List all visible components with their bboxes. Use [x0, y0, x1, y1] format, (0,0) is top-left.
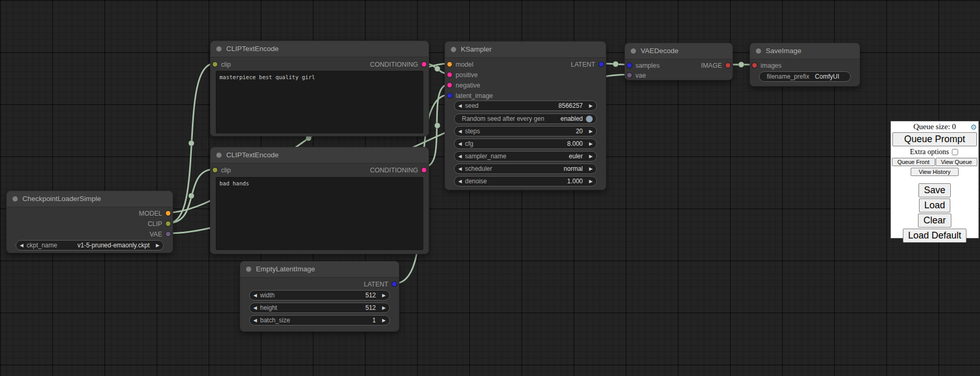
input-slot-vae[interactable]: vae	[627, 71, 646, 80]
increment-arrow-icon[interactable]: ▶	[586, 166, 593, 171]
width-widget[interactable]: ◀ width 512 ▶	[249, 290, 390, 300]
conditioning-port-icon[interactable]	[447, 72, 452, 77]
view-history-button[interactable]: View History	[911, 168, 959, 176]
output-slot-conditioning[interactable]: CONDITIONING	[370, 60, 426, 69]
view-queue-button[interactable]: View Queue	[936, 158, 977, 166]
node-title-bar[interactable]: EmptyLatentImage	[240, 261, 399, 278]
decrement-arrow-icon[interactable]: ◀	[253, 318, 260, 323]
batch-size-widget[interactable]: ◀ batch_size 1 ▶	[249, 315, 390, 325]
queue-prompt-button[interactable]: Queue Prompt	[892, 132, 977, 146]
sampler-name-widget[interactable]: ◀ sampler_name euler ▶	[454, 151, 597, 161]
input-slot-latent-image[interactable]: latent_image	[447, 91, 493, 100]
queue-front-button[interactable]: Queue Front	[892, 158, 935, 166]
collapse-dot-icon[interactable]	[13, 196, 18, 202]
node-title-bar[interactable]: CLIPTextEncode	[211, 147, 428, 164]
vae-port-icon[interactable]	[166, 232, 170, 236]
filename-prefix-widget[interactable]: filename_prefix ComfyUI	[759, 71, 851, 82]
extra-options-checkbox[interactable]	[952, 149, 958, 155]
increment-arrow-icon[interactable]: ▶	[379, 293, 386, 298]
increment-arrow-icon[interactable]: ▶	[586, 129, 593, 134]
node-title-bar[interactable]: SaveImage	[750, 43, 860, 59]
collapse-dot-icon[interactable]	[246, 267, 251, 272]
conditioning-port-icon[interactable]	[447, 83, 452, 87]
increment-arrow-icon[interactable]: ▶	[586, 179, 593, 184]
model-port-icon[interactable]	[447, 62, 452, 67]
decrement-arrow-icon[interactable]: ◀	[458, 166, 465, 171]
clip-port-icon[interactable]	[213, 168, 217, 172]
input-slot-positive[interactable]: positive	[447, 70, 477, 79]
output-slot-latent[interactable]: LATENT	[571, 60, 604, 69]
node-saveimage[interactable]: SaveImage images filename_prefix ComfyUI	[750, 43, 860, 86]
node-vaedecode[interactable]: VAEDecode samples vae IMAGE	[624, 43, 733, 80]
collapse-dot-icon[interactable]	[451, 47, 456, 52]
node-cliptextencode-positive[interactable]: CLIPTextEncode clip CONDITIONING masterp…	[210, 41, 429, 136]
node-title-bar[interactable]: KSampler	[445, 42, 606, 58]
conditioning-port-icon[interactable]	[422, 62, 426, 67]
node-title-bar[interactable]: VAEDecode	[625, 43, 732, 59]
toggle-on-icon[interactable]	[586, 116, 593, 122]
input-slot-images[interactable]: images	[752, 61, 781, 70]
increment-arrow-icon[interactable]: ▶	[586, 103, 593, 108]
positive-prompt-textarea[interactable]: masterpiece best quality girl	[216, 71, 423, 133]
decrement-arrow-icon[interactable]: ◀	[458, 141, 465, 146]
node-title-bar[interactable]: CheckpointLoaderSimple	[7, 191, 173, 207]
latent-port-icon[interactable]	[599, 62, 604, 67]
model-port-icon[interactable]	[166, 211, 170, 216]
latent-port-icon[interactable]	[627, 63, 632, 68]
node-ksampler[interactable]: KSampler model positive negative latent_…	[445, 41, 606, 190]
node-checkpointloadersimple[interactable]: CheckpointLoaderSimple MODEL CLIP VAE ◀ …	[6, 191, 173, 253]
decrement-arrow-icon[interactable]: ◀	[458, 129, 465, 134]
random-seed-toggle-widget[interactable]: Random seed after every gen enabled	[454, 114, 597, 124]
input-slot-model[interactable]: model	[447, 60, 473, 69]
collapse-dot-icon[interactable]	[216, 46, 222, 52]
output-slot-vae[interactable]: VAE	[150, 230, 170, 239]
input-slot-clip[interactable]: clip	[213, 166, 231, 174]
clip-port-icon[interactable]	[213, 62, 217, 67]
image-port-icon[interactable]	[752, 63, 757, 68]
negative-prompt-textarea[interactable]: bad hands	[216, 177, 423, 250]
collapse-dot-icon[interactable]	[216, 153, 222, 158]
decrement-arrow-icon[interactable]: ◀	[253, 293, 260, 298]
conditioning-port-icon[interactable]	[422, 168, 426, 172]
image-port-icon[interactable]	[726, 63, 730, 68]
node-emptylatentimage[interactable]: EmptyLatentImage LATENT ◀ width 512 ▶ ◀ …	[240, 261, 399, 332]
clip-port-icon[interactable]	[166, 221, 170, 226]
output-slot-model[interactable]: MODEL	[139, 209, 170, 218]
load-default-button[interactable]: Load Default	[903, 229, 966, 243]
increment-arrow-icon[interactable]: ▶	[586, 141, 593, 146]
load-button[interactable]: Load	[919, 198, 950, 212]
vae-port-icon[interactable]	[627, 73, 632, 78]
collapse-dot-icon[interactable]	[756, 48, 761, 54]
latent-port-icon[interactable]	[392, 282, 397, 286]
decrement-arrow-icon[interactable]: ◀	[458, 154, 465, 159]
decrement-arrow-icon[interactable]: ◀	[20, 243, 27, 248]
steps-widget[interactable]: ◀ steps 20 ▶	[454, 126, 597, 136]
save-button[interactable]: Save	[918, 183, 950, 197]
decrement-arrow-icon[interactable]: ◀	[458, 103, 465, 108]
seed-widget[interactable]: ◀ seed 8566257 ▶	[454, 101, 597, 111]
comfyui-canvas[interactable]: { "colors": { "link": "#a9c2a9", "title_…	[0, 0, 980, 376]
latent-port-icon[interactable]	[447, 93, 452, 98]
node-cliptextencode-negative[interactable]: CLIPTextEncode clip CONDITIONING bad han…	[210, 147, 429, 254]
cfg-widget[interactable]: ◀ cfg 8.000 ▶	[454, 139, 597, 149]
node-title-bar[interactable]: CLIPTextEncode	[211, 41, 428, 57]
scheduler-widget[interactable]: ◀ scheduler normal ▶	[454, 164, 597, 174]
increment-arrow-icon[interactable]: ▶	[153, 243, 160, 248]
height-widget[interactable]: ◀ height 512 ▶	[249, 303, 390, 313]
increment-arrow-icon[interactable]: ▶	[586, 154, 593, 159]
output-slot-conditioning[interactable]: CONDITIONING	[370, 166, 426, 174]
output-slot-latent[interactable]: LATENT	[364, 280, 397, 289]
increment-arrow-icon[interactable]: ▶	[379, 318, 386, 323]
decrement-arrow-icon[interactable]: ◀	[458, 179, 465, 184]
decrement-arrow-icon[interactable]: ◀	[253, 305, 260, 310]
clear-button[interactable]: Clear	[918, 214, 951, 228]
denoise-widget[interactable]: ◀ denoise 1.000 ▶	[454, 176, 597, 186]
output-slot-clip[interactable]: CLIP	[148, 219, 170, 228]
settings-gear-icon[interactable]: ⚙	[970, 122, 977, 132]
input-slot-negative[interactable]: negative	[447, 81, 480, 90]
increment-arrow-icon[interactable]: ▶	[379, 305, 386, 310]
output-slot-image[interactable]: IMAGE	[701, 61, 730, 70]
ckpt-name-widget[interactable]: ◀ ckpt_name v1-5-pruned-emaonly.ckpt ▶	[16, 240, 164, 250]
collapse-dot-icon[interactable]	[631, 48, 636, 54]
input-slot-samples[interactable]: samples	[627, 61, 660, 70]
